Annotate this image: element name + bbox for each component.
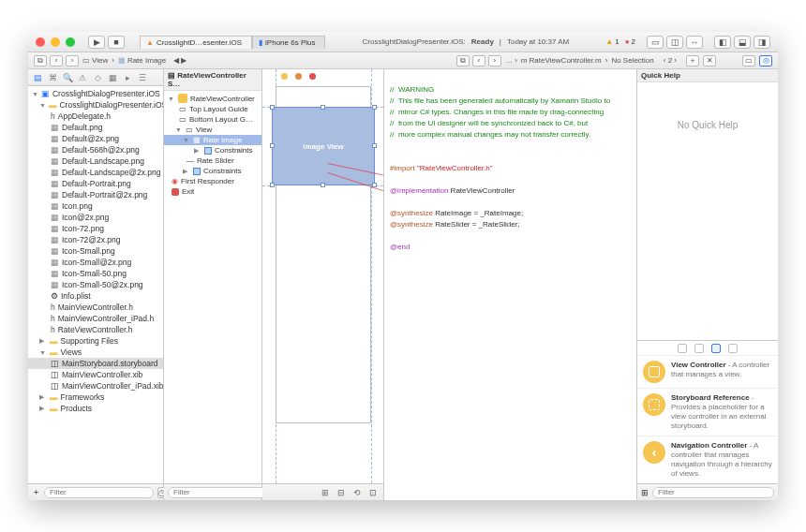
activity-view: CrosslightDialogPresenter.iOS: Ready | T… xyxy=(331,37,600,46)
editor-assistant-button[interactable]: ◫ xyxy=(666,36,683,49)
run-button[interactable]: ▶ xyxy=(88,36,105,49)
device-label: iPhone 6s Plus xyxy=(265,38,315,47)
zoom-button[interactable] xyxy=(66,37,75,47)
jump-bar: ⧉ ‹ › ▭View › ▦Rate Image ◀ ▶ ⧉ ‹ › … › … xyxy=(28,52,778,69)
nav-related-button[interactable]: ⧉ xyxy=(34,55,47,66)
assistant-selection[interactable]: No Selection xyxy=(611,56,653,65)
nav-forward-button[interactable]: › xyxy=(66,55,79,66)
resolve-button[interactable]: ⟲ xyxy=(353,488,362,497)
canvas-toolbar: ⊞ ⊟ ⟲ ⊡ xyxy=(262,483,383,500)
outline-constraints2[interactable]: Constraints xyxy=(203,167,241,175)
outline-filter[interactable] xyxy=(168,487,277,498)
quickhelp-empty: No Quick Help xyxy=(637,82,778,340)
assistant-close-button[interactable]: ✕ xyxy=(703,55,716,66)
scheme-control[interactable]: ▲CrosslightD…esenter.iOS ▮iPhone 6s Plus xyxy=(140,36,325,49)
viewcontroller-icon xyxy=(178,94,187,103)
library-tab-file[interactable] xyxy=(678,344,687,353)
test-navigator-tab[interactable]: ◇ xyxy=(92,72,103,83)
library-tab-media[interactable] xyxy=(728,344,738,353)
align-button[interactable]: ⊞ xyxy=(321,488,330,497)
error-icon: ● xyxy=(625,37,630,46)
scheme-label: CrosslightD…esenter.iOS xyxy=(157,38,242,47)
outline-top-guide[interactable]: Top Layout Guide xyxy=(189,105,248,113)
imageview-selection[interactable]: Image View xyxy=(272,107,375,185)
outline-scene[interactable]: RateViewController xyxy=(190,95,255,103)
library-tab-object[interactable] xyxy=(711,344,721,353)
assistant-back-button[interactable]: ‹ xyxy=(472,55,485,66)
warning-icon: ▲ xyxy=(605,37,613,46)
viewcontroller-icon xyxy=(643,361,665,383)
editor-standard-button[interactable]: ▭ xyxy=(647,36,664,49)
project-icon: ▣ xyxy=(41,89,50,98)
outline-constraints[interactable]: Constraints xyxy=(215,146,252,155)
assistant-forward-button[interactable]: › xyxy=(488,55,501,66)
xcode-window: ▶ ■ ▲CrosslightD…esenter.iOS ▮iPhone 6s … xyxy=(28,32,778,500)
constraints-icon xyxy=(204,147,212,155)
toggle-debug-button[interactable]: ⬓ xyxy=(734,36,751,49)
navcontroller-icon xyxy=(643,441,665,464)
assistant-editor[interactable]: // WARNING // This file has been generat… xyxy=(384,69,637,500)
document-outline: ▤ RateViewController S… ▼RateViewControl… xyxy=(164,69,262,500)
library-item[interactable]: Storyboard Reference - Provides a placeh… xyxy=(637,388,778,436)
library-tabs xyxy=(637,340,778,355)
navigator-pane: ▤ ⌘ 🔍 ⚠ ◇ ▦ ▸ ☰ ▼▣CrosslightDialogPresen… xyxy=(28,69,164,500)
outline-view[interactable]: View xyxy=(196,126,212,134)
toggle-navigator-button[interactable]: ◧ xyxy=(714,36,731,49)
symbol-navigator-tab[interactable]: ⌘ xyxy=(47,72,58,83)
storyboardref-icon xyxy=(643,393,665,416)
main-split: ▤ ⌘ 🔍 ⚠ ◇ ▦ ▸ ☰ ▼▣CrosslightDialogPresen… xyxy=(28,69,778,500)
exit-icon xyxy=(172,188,179,196)
report-navigator-tab[interactable]: ☰ xyxy=(137,72,148,83)
library-item[interactable]: Navigation Controller - A controller tha… xyxy=(637,436,778,483)
breakpoint-navigator-tab[interactable]: ▸ xyxy=(122,72,133,83)
ib-canvas[interactable]: Image View ⊞ ⊟ ⟲ ⊡ xyxy=(262,69,384,500)
project-navigator-tab[interactable]: ▤ xyxy=(32,72,43,83)
assistant-add-button[interactable]: ＋ xyxy=(686,55,699,66)
outline-first-responder[interactable]: First Responder xyxy=(181,177,234,185)
add-button[interactable]: ＋ xyxy=(32,486,40,498)
inspector-pane: Quick Help No Quick Help View Controller… xyxy=(637,69,778,500)
stop-button[interactable]: ■ xyxy=(108,36,125,49)
titlebar: ▶ ■ ▲CrosslightD…esenter.iOS ▮iPhone 6s … xyxy=(28,32,778,52)
debug-navigator-tab[interactable]: ▦ xyxy=(107,72,118,83)
assistant-related-button[interactable]: ⧉ xyxy=(456,55,470,66)
quickhelp-title: Quick Help xyxy=(637,69,778,82)
navigator-filter[interactable] xyxy=(44,487,154,498)
assistant-file[interactable]: RateViewController.m xyxy=(530,56,602,65)
nav-back-button[interactable]: ‹ xyxy=(50,55,63,66)
outline-header: RateViewController S… xyxy=(168,71,246,88)
folder-icon: ▬ xyxy=(49,100,57,110)
inspector-tab-quickhelp[interactable]: ◎ xyxy=(759,55,772,66)
library-item[interactable]: View Controller - A controller that mana… xyxy=(637,355,778,388)
app-icon: ▲ xyxy=(146,38,154,47)
traffic-lights xyxy=(36,37,75,47)
warnings-badge[interactable]: ▲1 xyxy=(605,37,619,46)
resize-button[interactable]: ⊡ xyxy=(369,488,378,497)
toggle-inspector-button[interactable]: ◨ xyxy=(754,36,770,49)
device-icon: ▮ xyxy=(259,38,262,47)
find-navigator-tab[interactable]: 🔍 xyxy=(62,72,73,83)
outline-bottom-guide[interactable]: Bottom Layout G… xyxy=(189,115,253,124)
jump-item[interactable]: Rate Image xyxy=(127,56,166,65)
library-grid-button[interactable]: ⊞ xyxy=(641,488,649,497)
pin-button[interactable]: ⊟ xyxy=(337,488,346,497)
selected-file-row[interactable]: ◫MainStoryboard.storyboard xyxy=(28,358,163,369)
issue-navigator-tab[interactable]: ⚠ xyxy=(77,72,88,83)
object-library[interactable]: View Controller - A controller that mana… xyxy=(637,355,778,483)
editor-version-button[interactable]: ↔ xyxy=(686,36,703,49)
outline-exit[interactable]: Exit xyxy=(182,187,194,196)
minimize-button[interactable] xyxy=(51,37,60,47)
errors-badge[interactable]: ●2 xyxy=(625,37,635,46)
outline-selected[interactable]: ▼▦Rate Image xyxy=(164,135,261,145)
jump-view[interactable]: View xyxy=(92,56,108,65)
library-tab-code[interactable] xyxy=(694,344,704,353)
outline-slider[interactable]: Rate Slider xyxy=(197,156,234,165)
close-button[interactable] xyxy=(36,37,45,47)
assistant-counter[interactable]: ‹ 2 › xyxy=(664,56,677,65)
inspector-tab-file[interactable]: ▭ xyxy=(742,55,755,66)
library-filter[interactable] xyxy=(652,487,774,498)
project-tree[interactable]: ▼▣CrosslightDialogPresenter.iOS ▼▬Crossl… xyxy=(28,86,163,483)
